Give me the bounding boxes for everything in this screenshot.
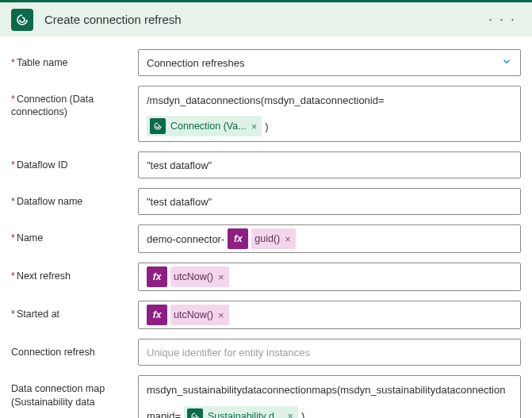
card-body: Table name Connection refreshes Connecti… (0, 36, 532, 418)
dcm-line2-prefix: mapid= (147, 407, 181, 418)
label-dataflow-name: Dataflow name (11, 188, 138, 208)
dataflow-name-value: "test dataflow" (147, 196, 212, 208)
connection-suffix: ) (265, 117, 268, 136)
swirl-icon (187, 408, 203, 418)
connection-prefix: /msdyn_dataconnections(msdyn_dataconnect… (147, 91, 385, 109)
next-refresh-input[interactable]: fx utcNow() × (138, 263, 521, 291)
started-at-input[interactable]: fx utcNow() × (138, 301, 521, 329)
name-expression-token[interactable]: guid() × (251, 228, 296, 249)
dcm-suffix: ) (301, 407, 304, 418)
sustainability-token-label: Sustainability d... (208, 412, 283, 418)
swirl-icon (15, 13, 29, 27)
connection-refresh-placeholder: Unique identifier for entity instances (147, 347, 310, 359)
label-next-refresh: Next refresh (11, 263, 138, 282)
data-connection-map-input[interactable]: msdyn_sustainabilitydataconnectionmaps(m… (138, 375, 521, 418)
fx-icon[interactable]: fx (228, 228, 248, 249)
label-data-connection-map: Data connection map (Sustainability data (11, 375, 138, 408)
chevron-down-icon (501, 56, 512, 70)
remove-token-icon[interactable]: × (218, 310, 224, 320)
next-refresh-expression-token[interactable]: utcNow() × (170, 267, 229, 287)
label-name: Name (11, 224, 138, 244)
connection-token-label: Connection (Va... (170, 121, 247, 132)
card-title: Create connection refresh (44, 13, 484, 26)
dataflow-id-value: "test dataflow" (147, 159, 212, 171)
connection-input[interactable]: /msdyn_dataconnections(msdyn_dataconnect… (138, 86, 521, 142)
remove-token-icon[interactable]: × (285, 234, 291, 244)
dataflow-name-input[interactable]: "test dataflow" (138, 188, 521, 215)
label-started-at: Started at (11, 301, 138, 320)
remove-token-icon[interactable]: × (251, 121, 258, 132)
table-name-dropdown[interactable]: Connection refreshes (138, 49, 521, 76)
remove-token-icon[interactable]: × (288, 411, 294, 418)
connection-refresh-input[interactable]: Unique identifier for entity instances (138, 339, 521, 366)
label-connection: Connection (Data connections) (11, 86, 138, 119)
dcm-line1: msdyn_sustainabilitydataconnectionmaps(m… (147, 381, 505, 399)
connection-token[interactable]: Connection (Va... × (147, 116, 262, 136)
started-at-expression-token[interactable]: utcNow() × (170, 305, 229, 325)
label-table-name: Table name (11, 49, 138, 69)
action-app-icon (11, 9, 33, 31)
name-input[interactable]: demo-connector- fx guid() × (138, 224, 521, 253)
card-menu-button[interactable]: · · · (484, 8, 521, 31)
remove-token-icon[interactable]: × (218, 272, 224, 282)
label-dataflow-id: Dataflow ID (11, 151, 138, 171)
started-at-expression-label: utcNow() (174, 310, 213, 320)
next-refresh-expression-label: utcNow() (174, 272, 213, 282)
name-prefix: demo-connector- (147, 233, 224, 245)
name-expression-label: guid() (255, 234, 280, 244)
fx-icon[interactable]: fx (147, 267, 167, 287)
fx-icon[interactable]: fx (147, 305, 167, 325)
dataflow-id-input[interactable]: "test dataflow" (138, 151, 521, 178)
sustainability-token[interactable]: Sustainability d... × (184, 406, 298, 418)
swirl-icon (150, 118, 166, 134)
table-name-value: Connection refreshes (147, 57, 245, 69)
card-header: Create connection refresh · · · (0, 0, 532, 36)
label-connection-refresh: Connection refresh (11, 339, 138, 359)
